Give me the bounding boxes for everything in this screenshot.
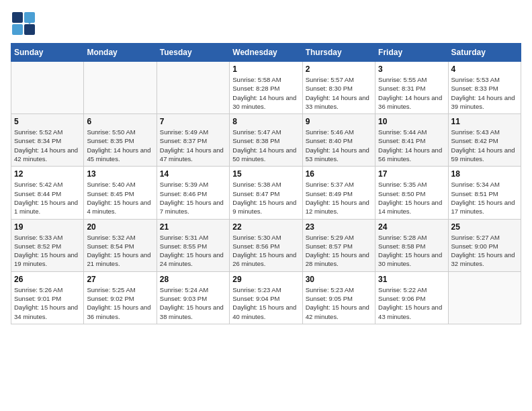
calendar-cell: 7Sunrise: 5:49 AM Sunset: 8:37 PM Daylig… [157, 114, 229, 167]
page-header [11, 11, 521, 36]
calendar-cell: 26Sunrise: 5:26 AM Sunset: 9:01 PM Dayli… [11, 271, 84, 324]
calendar-cell [448, 271, 521, 324]
day-number: 1 [232, 64, 299, 74]
calendar-week-row: 1Sunrise: 5:58 AM Sunset: 8:28 PM Daylig… [11, 62, 521, 114]
day-info: Sunrise: 5:31 AM Sunset: 8:55 PM Dayligh… [160, 233, 226, 269]
calendar-cell: 15Sunrise: 5:38 AM Sunset: 8:47 PM Dayli… [230, 167, 302, 219]
day-number: 13 [87, 169, 153, 179]
logo-icon [11, 11, 36, 36]
calendar-cell: 12Sunrise: 5:42 AM Sunset: 8:44 PM Dayli… [11, 167, 84, 219]
calendar-week-row: 5Sunrise: 5:52 AM Sunset: 8:34 PM Daylig… [11, 114, 521, 167]
day-info: Sunrise: 5:50 AM Sunset: 8:35 PM Dayligh… [87, 128, 153, 163]
day-number: 16 [306, 169, 372, 179]
day-number: 2 [306, 64, 372, 74]
day-info: Sunrise: 5:26 AM Sunset: 9:01 PM Dayligh… [14, 285, 81, 321]
day-info: Sunrise: 5:55 AM Sunset: 8:31 PM Dayligh… [378, 75, 445, 111]
day-info: Sunrise: 5:42 AM Sunset: 8:44 PM Dayligh… [14, 180, 81, 216]
calendar-cell: 18Sunrise: 5:34 AM Sunset: 8:51 PM Dayli… [448, 167, 521, 219]
calendar-week-row: 19Sunrise: 5:33 AM Sunset: 8:52 PM Dayli… [11, 219, 521, 271]
calendar-cell: 24Sunrise: 5:28 AM Sunset: 8:58 PM Dayli… [375, 219, 448, 271]
day-info: Sunrise: 5:58 AM Sunset: 8:28 PM Dayligh… [232, 75, 299, 111]
calendar-cell: 30Sunrise: 5:23 AM Sunset: 9:05 PM Dayli… [302, 271, 375, 324]
day-info: Sunrise: 5:25 AM Sunset: 9:02 PM Dayligh… [87, 285, 153, 321]
weekday-header: Wednesday [230, 44, 302, 62]
logo [11, 11, 38, 36]
day-info: Sunrise: 5:23 AM Sunset: 9:05 PM Dayligh… [306, 285, 372, 321]
calendar-cell: 10Sunrise: 5:44 AM Sunset: 8:41 PM Dayli… [375, 114, 448, 167]
day-info: Sunrise: 5:35 AM Sunset: 8:50 PM Dayligh… [378, 180, 445, 216]
calendar-cell: 4Sunrise: 5:53 AM Sunset: 8:33 PM Daylig… [448, 62, 521, 114]
calendar-cell: 8Sunrise: 5:47 AM Sunset: 8:38 PM Daylig… [230, 114, 302, 167]
calendar-cell: 29Sunrise: 5:23 AM Sunset: 9:04 PM Dayli… [230, 271, 302, 324]
day-number: 7 [160, 117, 226, 126]
day-number: 28 [160, 275, 226, 284]
day-number: 14 [160, 169, 226, 179]
day-info: Sunrise: 5:37 AM Sunset: 8:49 PM Dayligh… [306, 180, 372, 216]
day-info: Sunrise: 5:28 AM Sunset: 8:58 PM Dayligh… [378, 233, 445, 269]
day-info: Sunrise: 5:40 AM Sunset: 8:45 PM Dayligh… [87, 180, 153, 216]
day-info: Sunrise: 5:39 AM Sunset: 8:46 PM Dayligh… [160, 180, 226, 216]
day-number: 11 [451, 117, 518, 126]
day-info: Sunrise: 5:47 AM Sunset: 8:38 PM Dayligh… [232, 128, 299, 163]
weekday-header: Friday [375, 44, 448, 62]
day-info: Sunrise: 5:30 AM Sunset: 8:56 PM Dayligh… [232, 233, 299, 269]
day-number: 25 [451, 222, 518, 232]
calendar-cell: 5Sunrise: 5:52 AM Sunset: 8:34 PM Daylig… [11, 114, 84, 167]
calendar-cell: 19Sunrise: 5:33 AM Sunset: 8:52 PM Dayli… [11, 219, 84, 271]
calendar-cell: 16Sunrise: 5:37 AM Sunset: 8:49 PM Dayli… [302, 167, 375, 219]
day-info: Sunrise: 5:53 AM Sunset: 8:33 PM Dayligh… [451, 75, 518, 111]
day-number: 15 [232, 169, 299, 179]
day-number: 17 [378, 169, 445, 179]
day-number: 22 [232, 222, 299, 232]
calendar-cell: 1Sunrise: 5:58 AM Sunset: 8:28 PM Daylig… [230, 62, 302, 114]
day-number: 12 [14, 169, 81, 179]
day-number: 21 [160, 222, 226, 232]
calendar-cell: 27Sunrise: 5:25 AM Sunset: 9:02 PM Dayli… [84, 271, 157, 324]
calendar-week-row: 12Sunrise: 5:42 AM Sunset: 8:44 PM Dayli… [11, 167, 521, 219]
day-number: 4 [451, 64, 518, 74]
day-number: 3 [378, 64, 445, 74]
calendar-cell: 3Sunrise: 5:55 AM Sunset: 8:31 PM Daylig… [375, 62, 448, 114]
weekday-header: Monday [84, 44, 157, 62]
day-info: Sunrise: 5:29 AM Sunset: 8:57 PM Dayligh… [306, 233, 372, 269]
calendar-cell: 13Sunrise: 5:40 AM Sunset: 8:45 PM Dayli… [84, 167, 157, 219]
calendar-cell: 9Sunrise: 5:46 AM Sunset: 8:40 PM Daylig… [302, 114, 375, 167]
weekday-header: Thursday [302, 44, 375, 62]
weekday-header: Tuesday [157, 44, 229, 62]
day-info: Sunrise: 5:22 AM Sunset: 9:06 PM Dayligh… [378, 285, 445, 321]
day-number: 18 [451, 169, 518, 179]
calendar-cell: 6Sunrise: 5:50 AM Sunset: 8:35 PM Daylig… [84, 114, 157, 167]
day-info: Sunrise: 5:57 AM Sunset: 8:30 PM Dayligh… [306, 75, 372, 111]
day-number: 27 [87, 275, 153, 284]
day-number: 8 [232, 117, 299, 126]
calendar-cell: 31Sunrise: 5:22 AM Sunset: 9:06 PM Dayli… [375, 271, 448, 324]
day-info: Sunrise: 5:44 AM Sunset: 8:41 PM Dayligh… [378, 128, 445, 163]
day-number: 30 [306, 275, 372, 284]
calendar-cell: 23Sunrise: 5:29 AM Sunset: 8:57 PM Dayli… [302, 219, 375, 271]
day-info: Sunrise: 5:24 AM Sunset: 9:03 PM Dayligh… [160, 285, 226, 321]
calendar-cell [84, 62, 157, 114]
day-info: Sunrise: 5:32 AM Sunset: 8:54 PM Dayligh… [87, 233, 153, 269]
day-info: Sunrise: 5:34 AM Sunset: 8:51 PM Dayligh… [451, 180, 518, 216]
calendar-cell: 11Sunrise: 5:43 AM Sunset: 8:42 PM Dayli… [448, 114, 521, 167]
svg-rect-0 [12, 12, 23, 23]
day-number: 20 [87, 222, 153, 232]
calendar-cell: 20Sunrise: 5:32 AM Sunset: 8:54 PM Dayli… [84, 219, 157, 271]
calendar-week-row: 26Sunrise: 5:26 AM Sunset: 9:01 PM Dayli… [11, 271, 521, 324]
calendar-table: SundayMondayTuesdayWednesdayThursdayFrid… [11, 43, 521, 324]
svg-rect-3 [24, 24, 35, 35]
calendar-cell: 2Sunrise: 5:57 AM Sunset: 8:30 PM Daylig… [302, 62, 375, 114]
day-info: Sunrise: 5:38 AM Sunset: 8:47 PM Dayligh… [232, 180, 299, 216]
weekday-header: Sunday [11, 44, 84, 62]
calendar-cell [157, 62, 229, 114]
day-info: Sunrise: 5:43 AM Sunset: 8:42 PM Dayligh… [451, 128, 518, 163]
weekday-header: Saturday [448, 44, 521, 62]
calendar-cell [11, 62, 84, 114]
day-number: 23 [306, 222, 372, 232]
calendar-cell: 28Sunrise: 5:24 AM Sunset: 9:03 PM Dayli… [157, 271, 229, 324]
day-number: 31 [378, 275, 445, 284]
day-number: 5 [14, 117, 81, 126]
day-number: 24 [378, 222, 445, 232]
calendar-cell: 14Sunrise: 5:39 AM Sunset: 8:46 PM Dayli… [157, 167, 229, 219]
day-info: Sunrise: 5:46 AM Sunset: 8:40 PM Dayligh… [306, 128, 372, 163]
